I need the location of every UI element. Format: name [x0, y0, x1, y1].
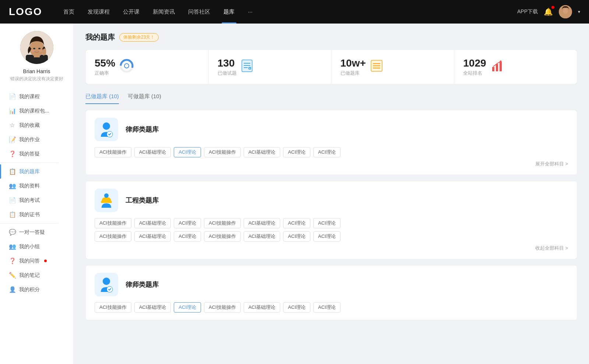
sidebar-item-groups[interactable]: 👥 我的小组 [0, 239, 73, 254]
tag-eng-6[interactable]: ACI理论 [313, 218, 341, 228]
page-header: 我的题库 体验剩余23天！ [85, 32, 577, 42]
tag-eng-0[interactable]: ACI技能操作 [95, 218, 131, 228]
sidebar-item-materials[interactable]: 👥 我的资料 [0, 179, 73, 193]
sidebar-item-question-bank[interactable]: 📋 我的题库 [0, 164, 73, 179]
banks-list-icon [370, 60, 383, 75]
sidebar-item-homework[interactable]: 📝 我的作业 [0, 132, 73, 147]
tag-lawyer1-5[interactable]: ACI理论 [283, 147, 310, 157]
bank-title-lawyer-1: 律师类题库 [126, 125, 159, 134]
tag-lawyer2-5[interactable]: ACI理论 [283, 302, 310, 313]
svg-point-14 [124, 64, 129, 68]
my-qa-icon: ❓ [9, 257, 15, 264]
app-download-button[interactable]: APP下载 [517, 8, 538, 15]
svg-rect-32 [101, 201, 112, 203]
notification-bell[interactable]: 🔔 [544, 7, 553, 16]
tags-row-engineer-1: ACI技能操作 ACI基础理论 ACI理论 ACI技能操作 ACI基础理论 AC… [95, 218, 568, 228]
engineer-bank-icon [95, 189, 118, 212]
sidebar-item-courses[interactable]: 📄 我的课程 [0, 89, 73, 104]
tag-eng-5[interactable]: ACI理论 [283, 218, 310, 228]
tags-row-lawyer-1: ACI技能操作 ACI基础理论 ACI理论 ACI技能操作 ACI基础理论 AC… [95, 147, 568, 157]
stat-done-banks: 10w+ 已做题库 [332, 50, 455, 84]
tab-done-banks[interactable]: 已做题库 (10) [85, 93, 119, 104]
trial-badge: 体验剩余23天！ [119, 33, 159, 42]
nav-open-course[interactable]: 公开课 [116, 0, 146, 24]
tag-lawyer1-6[interactable]: ACI理论 [313, 147, 341, 157]
svg-rect-28 [500, 62, 502, 71]
page-title: 我的题库 [85, 32, 115, 42]
expand-button-1[interactable]: 展开全部科目 > [535, 161, 568, 167]
stat-site-rank-info: 1029 全站排名 [463, 57, 486, 76]
bank-title-engineer: 工程类题库 [126, 196, 159, 205]
sidebar-item-notes[interactable]: ✏️ 我的笔记 [0, 268, 73, 282]
tag-eng-1[interactable]: ACI基础理论 [134, 218, 171, 228]
nav-home[interactable]: 首页 [57, 0, 81, 24]
stat-site-rank-label: 全站排名 [463, 70, 486, 76]
avatar-image [559, 5, 572, 18]
svg-rect-27 [496, 64, 498, 71]
tag-eng2-4[interactable]: ACI基础理论 [244, 231, 281, 242]
sidebar-item-my-qa[interactable]: ❓ 我的问答 [0, 254, 73, 268]
rank-bar-icon [491, 60, 503, 75]
qa-dot-badge [44, 260, 47, 262]
packages-icon: 📊 [9, 107, 15, 114]
stat-done-banks-value: 10w+ [341, 57, 366, 69]
sidebar-item-qa[interactable]: ❓ 我的答疑 [0, 147, 73, 161]
sidebar-item-points[interactable]: 👤 我的积分 [0, 282, 73, 297]
nav-news[interactable]: 新闻资讯 [146, 0, 181, 24]
tag-lawyer1-4[interactable]: ACI基础理论 [244, 147, 281, 157]
tag-lawyer1-3[interactable]: ACI技能操作 [204, 147, 241, 157]
tag-eng2-0[interactable]: ACI技能操作 [95, 231, 131, 242]
tag-eng2-6[interactable]: ACI理论 [313, 231, 341, 242]
accuracy-pie-icon [120, 59, 134, 75]
chevron-down-icon[interactable]: ▾ [578, 9, 580, 14]
tab-available-banks[interactable]: 可做题库 (10) [128, 93, 161, 104]
tag-lawyer2-1[interactable]: ACI基础理论 [134, 302, 171, 313]
question-bank-icon: 📋 [9, 168, 15, 175]
tag-lawyer1-1[interactable]: ACI基础理论 [134, 147, 171, 157]
stats-row: 55% 正确率 130 已做试题 [85, 50, 577, 84]
tag-eng-4[interactable]: ACI基础理论 [244, 218, 281, 228]
tag-eng-2[interactable]: ACI理论 [174, 218, 201, 228]
svg-rect-26 [492, 67, 494, 71]
tag-lawyer2-3[interactable]: ACI技能操作 [204, 302, 241, 313]
homework-icon: 📝 [9, 136, 15, 143]
sidebar-item-tutoring[interactable]: 💬 一对一答疑 [0, 225, 73, 239]
tag-lawyer1-0[interactable]: ACI技能操作 [95, 147, 131, 157]
tag-lawyer2-6[interactable]: ACI理论 [313, 302, 341, 313]
svg-point-10 [31, 50, 35, 52]
tag-eng2-5[interactable]: ACI理论 [283, 231, 310, 242]
stat-done-questions: 130 已做试题 [209, 50, 332, 84]
sidebar-item-favorites[interactable]: ☆ 我的收藏 [0, 118, 73, 132]
qa-icon: ❓ [9, 150, 15, 157]
nav-discover[interactable]: 发现课程 [81, 0, 116, 24]
sidebar-item-exams[interactable]: 📄 我的考试 [0, 193, 73, 207]
svg-point-11 [39, 50, 43, 52]
exams-icon: 📄 [9, 197, 15, 204]
main-layout: Brian Harris 错误的决定比没有决定要好 📄 我的课程 📊 我的课程包… [0, 24, 589, 364]
nav-more[interactable]: ··· [241, 0, 259, 24]
nav-qa[interactable]: 问答社区 [181, 0, 217, 24]
logo[interactable]: LOGO [9, 6, 42, 18]
nav-question-bank[interactable]: 题库 [217, 0, 241, 24]
svg-point-9 [38, 48, 40, 49]
certificates-icon: 📋 [9, 211, 15, 218]
tag-lawyer2-2[interactable]: ACI理论 [174, 302, 201, 313]
tag-eng2-1[interactable]: ACI基础理论 [134, 231, 171, 242]
tag-lawyer2-0[interactable]: ACI技能操作 [95, 302, 131, 313]
collapse-button-engineer[interactable]: 收起全部科目 > [535, 245, 568, 251]
tag-lawyer1-2[interactable]: ACI理论 [174, 147, 201, 157]
stat-done-banks-info: 10w+ 已做题库 [341, 57, 366, 76]
sidebar-item-course-packages[interactable]: 📊 我的课程包... [0, 104, 73, 118]
courses-icon: 📄 [9, 93, 15, 100]
avatar[interactable] [559, 5, 572, 18]
tag-eng2-3[interactable]: ACI技能操作 [204, 231, 241, 242]
tag-eng2-2[interactable]: ACI理论 [174, 231, 201, 242]
tag-eng-3[interactable]: ACI技能操作 [204, 218, 241, 228]
avatar-image-large [20, 31, 53, 64]
bank-card-lawyer-2: 律师类题库 ACI技能操作 ACI基础理论 ACI理论 ACI技能操作 ACI基… [85, 265, 577, 320]
sidebar-item-certificates[interactable]: 📋 我的证书 [0, 207, 73, 222]
lawyer-bank-icon-2 [95, 273, 118, 296]
tag-lawyer2-4[interactable]: ACI基础理论 [244, 302, 281, 313]
favorites-icon: ☆ [9, 122, 15, 129]
stat-accuracy-value: 55% [95, 57, 115, 69]
